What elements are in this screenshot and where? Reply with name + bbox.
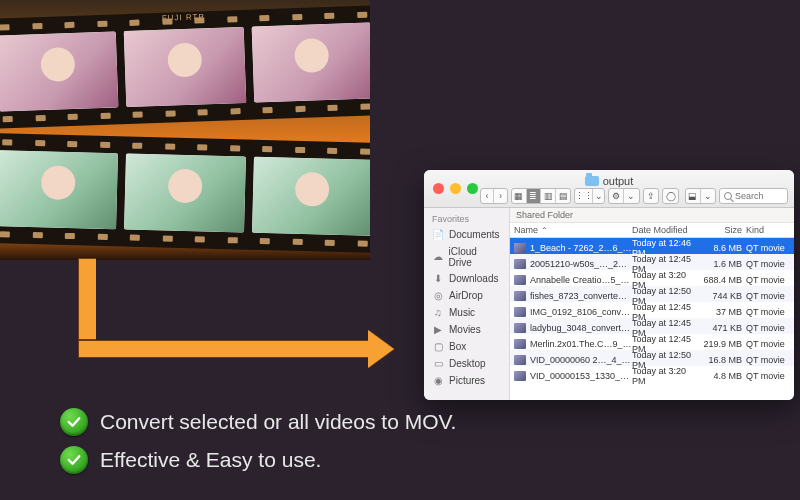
file-kind: QT movie [746, 275, 790, 285]
sidebar-item-icon: ♫ [432, 307, 444, 319]
column-name[interactable]: Name⌃ [514, 225, 632, 235]
file-size: 219.9 MB [700, 339, 746, 349]
file-name: fishes_8723_converted.MOV [530, 291, 632, 301]
file-row[interactable]: IMG_0192_8106_converted.MOVToday at 12:4… [510, 302, 794, 318]
feature-item: Effective & Easy to use. [60, 446, 456, 474]
file-kind: QT movie [746, 259, 790, 269]
file-row[interactable]: VID_00000060 2…_4_converted.MOVToday at … [510, 350, 794, 366]
back-icon[interactable]: ‹ [481, 189, 494, 203]
sidebar-item[interactable]: ▭Desktop [424, 355, 509, 372]
file-kind: QT movie [746, 323, 790, 333]
file-row[interactable]: ladybug_3048_converted.MOVToday at 12:45… [510, 318, 794, 334]
file-name: VID_00000060 2…_4_converted.MOV [530, 355, 632, 365]
file-name: Annabelle Creatio…5_converted.MOV [530, 275, 632, 285]
sidebar-item[interactable]: ◉Pictures [424, 372, 509, 389]
sidebar-item[interactable]: ◎AirDrop [424, 287, 509, 304]
sidebar-item[interactable]: ⬇Downloads [424, 270, 509, 287]
dropbox-button[interactable]: ⬓⌄ [685, 188, 716, 204]
column-size[interactable]: Size [700, 225, 746, 235]
sidebar-heading: Favorites [424, 212, 509, 226]
view-list-icon[interactable]: ≣ [527, 189, 542, 203]
feature-text: Effective & Easy to use. [100, 448, 321, 472]
flow-arrow [78, 258, 388, 358]
window-title: output [424, 175, 794, 187]
file-name: VID_00000153_1330_converted.MOV [530, 371, 632, 381]
film-frame [252, 157, 370, 236]
film-frame [0, 31, 119, 111]
sidebar-item-icon: ▭ [432, 358, 444, 370]
finder-titlebar[interactable]: output ‹› ▦ ≣ ▥ ▤ ⋮⋮⌄ ⚙⌄ ⇪ ◯ ⬓⌄ [424, 170, 794, 208]
sidebar-item-label: Box [449, 341, 466, 352]
file-thumbnail-icon [514, 291, 526, 301]
film-frame [0, 150, 118, 229]
forward-icon[interactable]: › [494, 189, 507, 203]
search-field[interactable] [719, 188, 788, 204]
sidebar-item-label: Music [449, 307, 475, 318]
share-button[interactable]: ⇪ [643, 188, 660, 204]
file-thumbnail-icon [514, 259, 526, 269]
file-row[interactable]: Annabelle Creatio…5_converted.MOVToday a… [510, 270, 794, 286]
search-input[interactable] [735, 191, 783, 201]
file-name: 20051210-w50s_…_2_converted.MOV [530, 259, 632, 269]
file-size: 471 KB [700, 323, 746, 333]
film-strip-row: FUJI RTP [0, 5, 370, 129]
view-gallery-icon[interactable]: ▤ [556, 189, 570, 203]
sidebar-item-label: iCloud Drive [449, 246, 501, 268]
arrange-menu[interactable]: ⋮⋮⌄ [574, 188, 605, 204]
sidebar-item-label: AirDrop [449, 290, 483, 301]
shared-folder-banner: Shared Folder [510, 208, 794, 223]
file-thumbnail-icon [514, 339, 526, 349]
file-kind: QT movie [746, 243, 790, 253]
arrange-icon: ⋮⋮ [575, 189, 593, 203]
sidebar-item-icon: ▶ [432, 324, 444, 336]
chevron-down-icon: ⌄ [593, 189, 604, 203]
sidebar-item[interactable]: ☁iCloud Drive [424, 243, 509, 270]
sidebar-item-icon: 📄 [432, 229, 444, 241]
file-kind: QT movie [746, 355, 790, 365]
file-row[interactable]: Merlin.2x01.The.C…9_converted.MOVToday a… [510, 334, 794, 350]
file-kind: QT movie [746, 371, 790, 381]
file-row[interactable]: 20051210-w50s_…_2_converted.MOVToday at … [510, 254, 794, 270]
finder-window: output ‹› ▦ ≣ ▥ ▤ ⋮⋮⌄ ⚙⌄ ⇪ ◯ ⬓⌄ Favorite… [424, 170, 794, 400]
file-row[interactable]: VID_00000153_1330_converted.MOVToday at … [510, 366, 794, 382]
file-row[interactable]: fishes_8723_converted.MOVToday at 12:50 … [510, 286, 794, 302]
film-frame [124, 153, 245, 232]
sidebar-item-icon: ◉ [432, 375, 444, 387]
nav-back-forward[interactable]: ‹› [480, 188, 508, 204]
column-headers[interactable]: Name⌃ Date Modified Size Kind [510, 223, 794, 238]
view-mode-segmented[interactable]: ▦ ≣ ▥ ▤ [511, 188, 571, 204]
film-frame [124, 27, 246, 107]
chevron-down-icon: ⌄ [624, 189, 638, 203]
file-kind: QT movie [746, 291, 790, 301]
view-columns-icon[interactable]: ▥ [541, 189, 556, 203]
file-thumbnail-icon [514, 307, 526, 317]
checkmark-icon [60, 446, 88, 474]
file-listing: Shared Folder Name⌃ Date Modified Size K… [510, 208, 794, 400]
file-name: Merlin.2x01.The.C…9_converted.MOV [530, 339, 632, 349]
column-kind[interactable]: Kind [746, 225, 790, 235]
tags-button[interactable]: ◯ [662, 188, 679, 204]
sidebar-item[interactable]: ▢Box [424, 338, 509, 355]
search-icon [724, 192, 732, 200]
promo-film-strip: FUJI RTP [0, 0, 370, 260]
file-size: 4.8 MB [700, 371, 746, 381]
column-date[interactable]: Date Modified [632, 225, 700, 235]
film-frame [251, 22, 370, 102]
feature-list: Convert selected or all videos to MOV.Ef… [60, 408, 456, 484]
finder-sidebar: Favorites 📄Documents☁iCloud Drive⬇Downlo… [424, 208, 510, 400]
file-name: 1_Beach - 7262_2…6_converted.MOV [530, 243, 632, 253]
sidebar-item[interactable]: 📄Documents [424, 226, 509, 243]
file-kind: QT movie [746, 307, 790, 317]
sidebar-item-icon: ◎ [432, 290, 444, 302]
view-icons-icon[interactable]: ▦ [512, 189, 527, 203]
file-size: 8.6 MB [700, 243, 746, 253]
sidebar-item-label: Downloads [449, 273, 498, 284]
action-menu[interactable]: ⚙⌄ [608, 188, 639, 204]
sidebar-item-label: Desktop [449, 358, 486, 369]
file-thumbnail-icon [514, 371, 526, 381]
sidebar-item[interactable]: ♫Music [424, 304, 509, 321]
sidebar-item[interactable]: ▶Movies [424, 321, 509, 338]
file-row[interactable]: 1_Beach - 7262_2…6_converted.MOVToday at… [510, 238, 794, 254]
dropbox-icon: ⬓ [686, 189, 701, 203]
file-size: 16.8 MB [700, 355, 746, 365]
